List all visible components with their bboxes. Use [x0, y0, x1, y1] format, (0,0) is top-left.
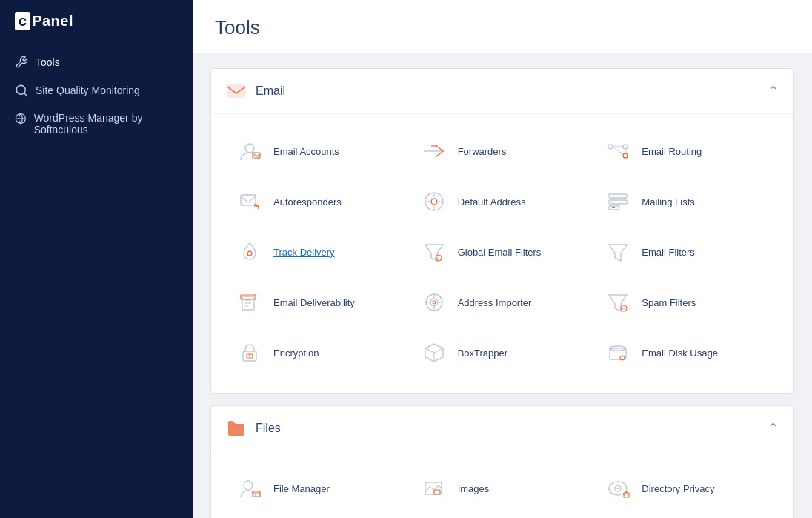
- tool-images-label: Images: [458, 483, 490, 494]
- email-section-header[interactable]: Email ⌃: [211, 69, 793, 114]
- files-section-title: Files: [256, 422, 281, 435]
- tool-email-filters[interactable]: Email Filters: [594, 227, 779, 277]
- tool-email-deliverability-label: Email Deliverability: [273, 297, 355, 308]
- svg-rect-16: [241, 195, 256, 205]
- tool-web-disk[interactable]: Web Disk: [410, 514, 595, 518]
- email-routing-icon: [603, 136, 633, 166]
- sidebar-item-site-quality[interactable]: Site Quality Monitoring: [0, 76, 193, 104]
- tool-address-importer[interactable]: Address Importer: [410, 277, 595, 328]
- files-tools-grid: File Manager Images: [226, 463, 779, 518]
- tool-disk-usage[interactable]: Disk Usage: [226, 514, 410, 518]
- svg-rect-23: [609, 194, 627, 198]
- svg-point-18: [431, 199, 437, 205]
- sidebar: c Panel Tools Site Quality Monitoring Wo…: [0, 0, 193, 518]
- tool-encryption-label: Encryption: [273, 348, 319, 359]
- svg-line-55: [434, 348, 443, 353]
- tool-forwarders-label: Forwarders: [458, 146, 507, 157]
- tool-email-deliverability[interactable]: Email Deliverability: [226, 277, 410, 328]
- autoresponders-icon: [235, 187, 264, 216]
- tool-forwarders[interactable]: Forwarders: [410, 126, 595, 176]
- tool-email-disk-usage-label: Email Disk Usage: [642, 348, 718, 359]
- global-email-filters-icon: [419, 237, 449, 267]
- page-header: Tools: [193, 0, 812, 53]
- svg-line-54: [425, 348, 434, 353]
- email-tools-grid: Email Accounts Forwarders: [226, 126, 779, 378]
- email-disk-usage-icon: [603, 338, 633, 368]
- page-title: Tools: [215, 16, 790, 39]
- svg-point-52: [249, 355, 250, 356]
- tool-encryption[interactable]: Encryption: [226, 328, 410, 378]
- main-content: Tools Email ⌃: [193, 0, 812, 518]
- boxtrapper-icon: [419, 338, 449, 368]
- svg-point-41: [430, 299, 438, 306]
- directory-privacy-icon: [603, 474, 633, 503]
- files-section: Files ⌃: [210, 405, 794, 518]
- default-address-icon: [419, 187, 449, 216]
- svg-marker-30: [425, 245, 443, 261]
- tool-spam-filters-label: Spam Filters: [642, 297, 696, 308]
- svg-line-32: [437, 258, 438, 259]
- tool-address-importer-label: Address Importer: [458, 297, 532, 308]
- tool-autoresponders[interactable]: Autoresponders: [226, 176, 410, 227]
- email-deliverability-icon: [235, 288, 264, 317]
- email-section-body: Email Accounts Forwarders: [211, 114, 793, 393]
- svg-rect-24: [609, 200, 627, 204]
- mailing-lists-icon: [603, 187, 633, 216]
- sidebar-item-tools[interactable]: Tools: [0, 48, 193, 76]
- encryption-icon: [235, 338, 264, 368]
- svg-point-46: [433, 301, 436, 304]
- track-delivery-icon: [235, 237, 264, 267]
- svg-rect-3: [227, 85, 245, 97]
- tool-default-address-label: Default Address: [458, 196, 526, 207]
- svg-line-15: [613, 147, 623, 154]
- tool-email-disk-usage[interactable]: Email Disk Usage: [594, 328, 779, 378]
- sidebar-nav: Tools Site Quality Monitoring WordPress …: [0, 41, 193, 150]
- sidebar-item-tools-label: Tools: [36, 56, 60, 68]
- svg-marker-47: [609, 295, 627, 311]
- email-filters-icon: [603, 237, 633, 267]
- email-section-header-left: Email: [226, 81, 285, 102]
- files-section-header[interactable]: Files ⌃: [211, 406, 793, 451]
- tool-autoresponders-label: Autoresponders: [273, 196, 342, 207]
- svg-point-68: [617, 488, 619, 490]
- tool-images[interactable]: Images: [410, 463, 595, 514]
- files-section-body: File Manager Images: [211, 451, 793, 518]
- tool-mailing-lists[interactable]: Mailing Lists: [594, 176, 779, 227]
- email-accounts-icon: [235, 136, 264, 166]
- tool-email-routing[interactable]: Email Routing: [594, 126, 779, 176]
- svg-point-12: [623, 153, 628, 158]
- wrench-icon: [15, 56, 28, 69]
- tool-mailing-lists-label: Mailing Lists: [642, 196, 695, 207]
- tool-global-email-filters-label: Global Email Filters: [458, 247, 542, 258]
- svg-rect-39: [241, 295, 256, 299]
- sidebar-item-wordpress-label: WordPress Manager by Softaculous: [34, 112, 178, 136]
- forwarders-icon: [419, 136, 449, 166]
- svg-point-4: [245, 144, 254, 153]
- file-manager-icon: [235, 474, 264, 503]
- files-section-chevron: ⌃: [768, 420, 779, 436]
- tool-global-email-filters[interactable]: Global Email Filters: [410, 227, 595, 277]
- tool-boxtrapper[interactable]: BoxTrapper: [410, 328, 595, 378]
- logo-panel: Panel: [32, 13, 73, 30]
- tool-spam-filters[interactable]: Spam Filters: [594, 277, 779, 328]
- svg-point-61: [244, 481, 253, 490]
- tool-email-routing-label: Email Routing: [642, 146, 702, 157]
- images-icon: [419, 474, 449, 503]
- logo-c: c: [15, 12, 30, 30]
- tool-default-address[interactable]: Default Address: [410, 176, 595, 227]
- svg-point-11: [623, 145, 628, 149]
- tool-email-accounts-label: Email Accounts: [273, 146, 339, 157]
- tool-file-manager[interactable]: File Manager: [226, 463, 410, 514]
- tool-directory-privacy-label: Directory Privacy: [642, 483, 714, 494]
- tool-email-accounts[interactable]: Email Accounts: [226, 126, 410, 176]
- tool-directory-privacy[interactable]: Directory Privacy: [594, 463, 779, 514]
- tool-ftp-accounts[interactable]: FTP FTP Accounts: [594, 514, 779, 518]
- email-section-icon: [226, 81, 247, 102]
- tool-boxtrapper-label: BoxTrapper: [458, 348, 508, 359]
- tool-track-delivery[interactable]: Track Delivery: [226, 227, 410, 277]
- svg-point-0: [16, 85, 25, 94]
- email-section-title: Email: [256, 84, 285, 98]
- sidebar-item-wordpress[interactable]: WordPress Manager by Softaculous: [0, 104, 193, 143]
- files-section-icon: [226, 418, 247, 439]
- email-section-chevron: ⌃: [768, 83, 779, 99]
